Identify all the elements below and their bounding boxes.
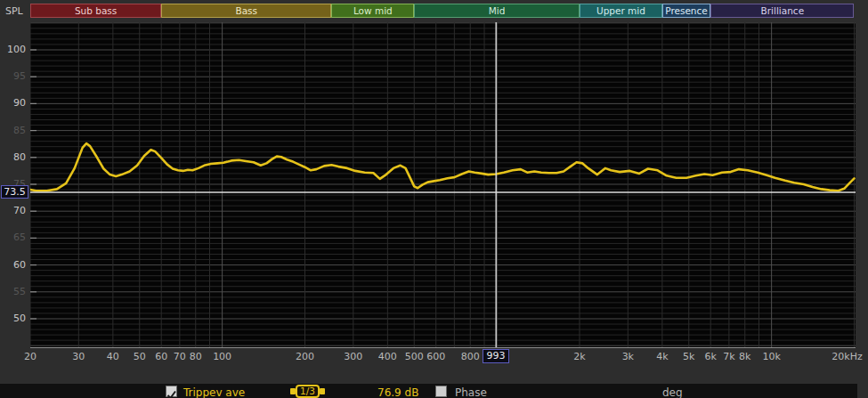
spl-cursor-readout: 73.5: [1, 185, 28, 199]
spl-plot-svg[interactable]: [30, 22, 856, 347]
x-tick-label-20: 20: [5, 351, 55, 362]
phase-checkbox[interactable]: [435, 386, 447, 397]
x-axis: 203040506070801002003004005006008002k3k4…: [0, 351, 868, 365]
y-tick-label-80: 80: [0, 151, 26, 163]
y-tick-label-65: 65: [0, 231, 26, 243]
y-tick-label-50: 50: [0, 313, 26, 324]
plot-area[interactable]: [30, 22, 856, 348]
y-tick-label-90: 90: [0, 97, 26, 109]
y-axis-ticks: [30, 50, 37, 319]
level-readout: 76.9 dB: [377, 386, 418, 398]
y-tick-label-55: 55: [0, 286, 26, 297]
horizontal-scrollbar: [0, 367, 868, 385]
x-tick-label-200: 200: [280, 351, 330, 362]
unit-label: deg: [662, 386, 683, 398]
smoothing-value: 1/3: [296, 385, 320, 398]
spl-response-curve: [30, 143, 855, 191]
horizontal-gridlines: [30, 23, 856, 345]
freq-cursor-readout: 993: [483, 349, 509, 363]
y-tick-label-100: 100: [0, 44, 26, 55]
y-tick-label-70: 70: [0, 205, 26, 216]
band-upper-mid: Upper mid: [580, 4, 662, 18]
x-tick-label-10k: 10k: [747, 351, 797, 362]
slider-right-tab-icon: [320, 388, 325, 394]
band-bass: Bass: [161, 4, 331, 18]
control-bar: Trippev ave 1/3 76.9 dB Phase deg: [0, 384, 857, 398]
averaging-checkbox[interactable]: [166, 386, 177, 397]
y-tick-label-85: 85: [0, 125, 26, 136]
band-presence: Presence: [662, 4, 710, 18]
spl-analyzer-window: SPL Sub bassBassLow midMidUpper midPrese…: [0, 0, 868, 398]
averaging-label: Trippev ave: [183, 386, 245, 398]
band-sub-bass: Sub bass: [30, 4, 161, 18]
x-tick-label-2k: 2k: [555, 351, 604, 362]
phase-label: Phase: [455, 386, 487, 398]
band-mid: Mid: [414, 4, 580, 18]
band-brilliance: Brilliance: [710, 4, 854, 18]
y-tick-label-95: 95: [0, 70, 26, 82]
check-icon: [166, 390, 176, 398]
spl-axis-title: SPL: [5, 5, 23, 17]
y-tick-label-60: 60: [0, 259, 26, 271]
x-tick-label-100: 100: [198, 351, 247, 362]
x-tick-label-20kHz: 20kHz: [823, 351, 868, 362]
smoothing-control[interactable]: 1/3: [290, 384, 325, 398]
band-low-mid: Low mid: [331, 4, 414, 18]
